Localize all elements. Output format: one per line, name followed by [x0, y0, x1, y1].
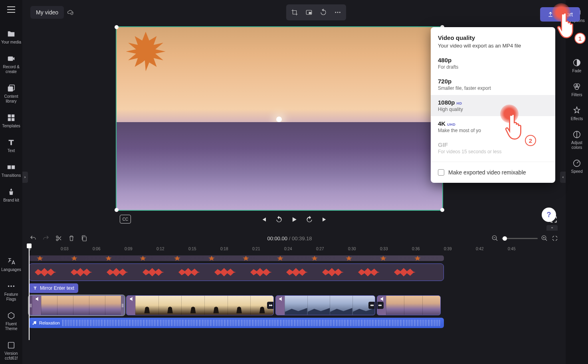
text-clip[interactable]: Mirror Enter text — [29, 283, 78, 293]
export-panel-title: Video quality — [431, 34, 555, 41]
timeline-toolbar: 00:00.00 / 00:39.18 — [22, 232, 566, 244]
sidebar-item-record-create[interactable]: Record & create — [0, 51, 22, 77]
svg-point-10 — [10, 285, 12, 287]
video-track: || || — [29, 295, 444, 315]
folder-icon — [7, 30, 16, 38]
sidebar-label: Your media — [1, 40, 21, 45]
video-clip-1[interactable]: || || — [29, 295, 125, 315]
overlay-track-1[interactable] — [29, 255, 444, 261]
export-remixable-option[interactable]: Make exported video remixable — [431, 162, 555, 177]
export-quality-dropdown: Video quality Your video will export as … — [431, 27, 555, 183]
sidebar-label: Text — [8, 148, 15, 153]
crop-button[interactable] — [289, 7, 301, 18]
video-clip-3[interactable] — [275, 295, 375, 315]
svg-point-17 — [576, 84, 580, 87]
ruler-tick: 0:39 — [444, 247, 476, 255]
playhead[interactable] — [29, 244, 30, 340]
zoom-in-button[interactable] — [541, 235, 548, 242]
transition-badge[interactable] — [267, 302, 274, 309]
pip-button[interactable] — [303, 7, 315, 18]
zoom-slider[interactable] — [502, 238, 538, 239]
transition-badge[interactable] — [377, 302, 384, 309]
sidebar-label: Effects — [571, 117, 583, 121]
svg-rect-3 — [8, 115, 11, 117]
timeline-ruler[interactable]: 00:030:060:090:120:150:180:210:240:270:3… — [29, 247, 566, 255]
skip-start-button[interactable] — [260, 216, 268, 225]
redo-button[interactable] — [42, 235, 49, 242]
export-button[interactable]: Export — [540, 7, 580, 22]
export-option-4k[interactable]: 4K UHDMake the most of yo — [431, 116, 555, 137]
checkbox[interactable] — [438, 169, 444, 176]
collapse-bottom-panel-button[interactable] — [546, 225, 558, 231]
play-button[interactable] — [290, 216, 298, 225]
overlay-track-2[interactable] — [29, 263, 444, 281]
sidebar-label: Content library — [1, 94, 22, 104]
svg-rect-12 — [8, 342, 14, 348]
zoom-out-button[interactable] — [491, 235, 499, 242]
ruler-tick: 0:12 — [156, 247, 188, 255]
rewind-button[interactable] — [275, 216, 283, 225]
video-clip-2[interactable] — [126, 295, 274, 315]
sidebar-item-adjust-colors[interactable]: Adjust colors — [566, 127, 588, 153]
rewind-icon — [275, 216, 283, 224]
sidebar-label: Templates — [2, 124, 20, 129]
text-clip-label: Mirror Enter text — [40, 285, 74, 291]
audio-clip[interactable]: Relaxation — [29, 318, 444, 328]
sidebar-item-fade[interactable]: Fade — [566, 55, 588, 77]
sidebar-item-filters[interactable]: Filters — [566, 79, 588, 101]
brand-kit-icon — [7, 188, 16, 196]
transition-badge[interactable] — [368, 302, 375, 309]
more-button[interactable] — [332, 7, 344, 18]
svg-rect-0 — [8, 57, 13, 61]
pip-icon — [305, 9, 313, 16]
ruler-tick: 0:42 — [476, 247, 508, 255]
rotate-button[interactable] — [317, 7, 329, 18]
volume-icon — [129, 296, 135, 302]
adjust-icon — [572, 130, 581, 139]
sidebar-item-your-media[interactable]: Your media — [0, 26, 22, 48]
sidebar-item-languages[interactable]: Languages — [0, 254, 22, 275]
sidebar-item-brand-kit[interactable]: Brand kit — [0, 184, 22, 206]
sidebar-item-text[interactable]: Text — [0, 135, 22, 156]
sidebar-item-version[interactable]: Version ccfd61f — [0, 338, 22, 364]
export-option-1080p[interactable]: 1080p HDHigh quality — [431, 95, 555, 116]
timecode-display: 00:00.00 / 00:39.18 — [267, 235, 312, 241]
project-name-input[interactable]: My video — [30, 6, 64, 19]
text-icon — [33, 286, 38, 291]
undo-button[interactable] — [30, 235, 37, 242]
sidebar-item-content-library[interactable]: Content library — [0, 81, 22, 107]
left-sidebar: Your media Record & create Content libra… — [0, 0, 22, 364]
library-icon — [7, 84, 16, 93]
skip-end-button[interactable] — [321, 216, 329, 225]
collapse-right-panel-button[interactable] — [560, 172, 566, 183]
svg-point-9 — [8, 285, 10, 287]
export-option-480p[interactable]: 480pFor drafts — [431, 53, 555, 74]
sidebar-item-feature-flags[interactable]: Feature Flags — [0, 279, 22, 305]
chevron-right-icon — [23, 175, 27, 179]
delete-button[interactable] — [68, 235, 75, 242]
duplicate-button[interactable] — [81, 235, 88, 242]
current-time: 00:00.00 — [267, 235, 287, 241]
collapse-left-panel-button[interactable] — [22, 172, 28, 183]
video-preview[interactable] — [116, 26, 443, 211]
help-button[interactable]: ? — [542, 208, 556, 222]
export-option-720p[interactable]: 720pSmaller file, faster export — [431, 74, 555, 95]
zoom-controls — [491, 235, 558, 242]
sidebar-item-effects[interactable]: Effects — [566, 103, 588, 125]
sidebar-item-templates[interactable]: Templates — [0, 110, 22, 132]
audio-clip-name: Relaxation — [39, 320, 60, 325]
cloud-sync-icon[interactable] — [67, 9, 74, 16]
video-clip-4[interactable] — [377, 295, 441, 315]
split-button[interactable] — [55, 235, 62, 242]
canvas-toolbar — [286, 4, 346, 20]
skip-end-icon — [321, 216, 329, 224]
svg-rect-27 — [83, 237, 86, 241]
sidebar-item-transitions[interactable]: Transitions — [0, 160, 22, 181]
menu-hamburger-icon[interactable] — [6, 5, 17, 14]
sidebar-item-fluent-theme[interactable]: Fluent Theme — [0, 308, 22, 334]
forward-button[interactable] — [305, 216, 313, 225]
templates-icon — [7, 113, 16, 122]
sidebar-item-speed[interactable]: Speed — [566, 156, 588, 177]
svg-rect-1 — [8, 86, 13, 91]
fit-button[interactable] — [551, 235, 558, 242]
